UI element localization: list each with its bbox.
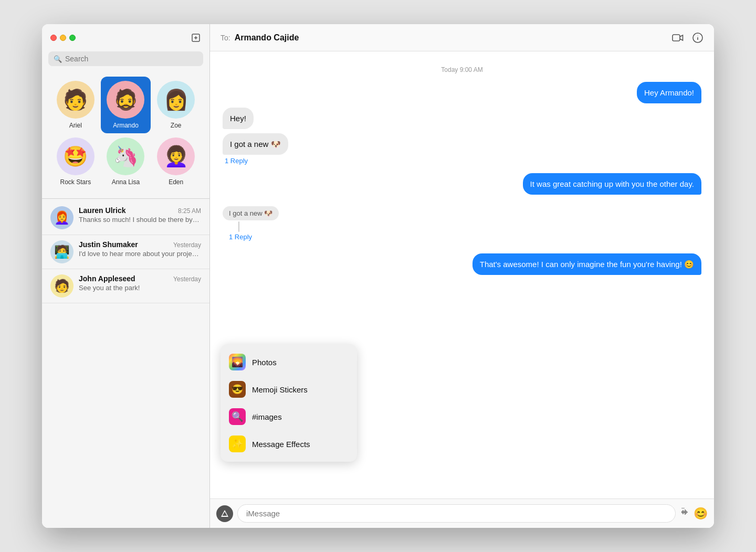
- svg-rect-4: [682, 508, 685, 508]
- conv-preview-lauren: Thanks so much! I should be there by 9:0…: [79, 216, 201, 224]
- bubble-4: It was great catching up with you the ot…: [523, 173, 701, 195]
- pinned-name-ariel: Ariel: [69, 122, 82, 129]
- pinned-avatar-armando: 🧔: [107, 81, 144, 119]
- conv-preview-john: See you at the park!: [79, 284, 201, 292]
- recipient-name: Armando Cajide: [235, 33, 668, 43]
- chat-header: To: Armando Cajide: [210, 24, 714, 51]
- conv-content-lauren: Lauren Ulrick8:25 AMThanks so much! I sh…: [79, 206, 201, 224]
- maximize-button[interactable]: [69, 35, 76, 41]
- pinned-item-armando[interactable]: 🧔Armando: [101, 77, 151, 133]
- thread-reply-link[interactable]: 1 Reply: [229, 233, 252, 241]
- titlebar: [42, 24, 209, 51]
- conversation-item-lauren[interactable]: 👩‍🦰Lauren Ulrick8:25 AMThanks so much! I…: [42, 201, 209, 235]
- conv-avatar-john: 🧑: [50, 274, 74, 298]
- pinned-avatar-ariel: 🧑: [57, 81, 94, 119]
- conv-content-john: John AppleseedYesterdaySee you at the pa…: [79, 274, 201, 292]
- media-picker-popup: 🌄Photos😎Memoji Stickers🔍#images✨Message …: [220, 344, 357, 462]
- memoji-icon: 😎: [229, 381, 246, 398]
- traffic-lights: [50, 35, 76, 41]
- conv-avatar-justin: 🧑‍💻: [50, 240, 74, 263]
- conversation-list: 👩‍🦰Lauren Ulrick8:25 AMThanks so much! I…: [42, 201, 209, 528]
- conversation-item-justin[interactable]: 🧑‍💻Justin ShumakerYesterdayI'd love to h…: [42, 235, 209, 269]
- sidebar: 🔍 🧑Ariel🧔Armando👩Zoe🤩Rock Stars🦄Anna Lis…: [42, 24, 210, 528]
- video-call-button[interactable]: [672, 34, 684, 42]
- emoji-button[interactable]: 😊: [694, 507, 708, 521]
- reply-count-1[interactable]: 1 Reply: [223, 157, 248, 165]
- message-input[interactable]: [237, 504, 676, 523]
- thread-group: I got a new 🐶 1 Reply: [223, 206, 701, 241]
- pinned-name-armando: Armando: [113, 122, 139, 129]
- chat-area: To: Armando Cajide Today 9: [210, 24, 714, 528]
- close-button[interactable]: [50, 35, 57, 41]
- bubble-3: I got a new 🐶: [223, 133, 288, 155]
- to-label: To:: [220, 34, 230, 42]
- pinned-item-zoe[interactable]: 👩Zoe: [151, 77, 201, 133]
- minimize-button[interactable]: [60, 35, 66, 41]
- message-input-bar: 😊: [210, 498, 714, 528]
- photos-icon: 🌄: [229, 354, 246, 370]
- conv-header-john: John AppleseedYesterday: [79, 274, 201, 283]
- pinned-avatar-eden: 👩‍🦱: [157, 137, 195, 175]
- conv-preview-justin: I'd love to hear more about your project…: [79, 250, 201, 258]
- app-store-button[interactable]: [216, 505, 233, 522]
- messages-container: Today 9:00 AM Hey Armando! Hey! I got a …: [210, 51, 714, 498]
- conv-content-justin: Justin ShumakerYesterdayI'd love to hear…: [79, 240, 201, 258]
- pinned-name-zoe: Zoe: [171, 122, 182, 129]
- timestamp: Today 9:00 AM: [223, 66, 701, 73]
- thread-quoted-bubble: I got a new 🐶: [223, 206, 279, 220]
- effects-label: Message Effects: [252, 440, 310, 449]
- conv-name-john: John Appleseed: [79, 274, 135, 283]
- thread-connector: [238, 221, 239, 232]
- message-row-4: It was great catching up with you the ot…: [223, 173, 701, 195]
- search-icon: 🔍: [54, 55, 62, 63]
- pinned-avatar-zoe: 👩: [157, 81, 195, 119]
- bubble-6: That's awesome! I can only imagine the f…: [472, 253, 701, 275]
- conv-avatar-lauren: 👩‍🦰: [50, 206, 74, 229]
- message-row-2: Hey!: [223, 108, 701, 129]
- header-actions: [672, 32, 704, 44]
- conv-time-john: Yesterday: [173, 275, 201, 283]
- message-row-3: I got a new 🐶 1 Reply: [223, 133, 701, 165]
- effects-icon: ✨: [229, 436, 246, 452]
- media-picker-item-images[interactable]: 🔍#images: [220, 403, 357, 430]
- pinned-name-eden: Eden: [169, 178, 183, 186]
- messages-window: 🔍 🧑Ariel🧔Armando👩Zoe🤩Rock Stars🦄Anna Lis…: [42, 24, 714, 528]
- divider: [42, 198, 209, 199]
- compose-button[interactable]: [191, 33, 201, 43]
- pinned-avatar-anna-lisa: 🦄: [107, 137, 144, 175]
- bubble-2: Hey!: [223, 108, 254, 129]
- info-button[interactable]: [692, 32, 704, 44]
- search-input[interactable]: [65, 55, 198, 63]
- photos-label: Photos: [252, 358, 277, 367]
- conv-header-justin: Justin ShumakerYesterday: [79, 240, 201, 249]
- conv-name-lauren: Lauren Ulrick: [79, 206, 125, 215]
- pinned-item-rock-stars[interactable]: 🤩Rock Stars: [50, 133, 101, 190]
- conv-time-lauren: 8:25 AM: [178, 207, 201, 215]
- images-label: #images: [252, 412, 282, 421]
- pinned-avatar-rock-stars: 🤩: [57, 137, 94, 175]
- memoji-label: Memoji Stickers: [252, 385, 308, 394]
- pinned-item-eden[interactable]: 👩‍🦱Eden: [151, 133, 201, 190]
- pinned-name-anna-lisa: Anna Lisa: [112, 178, 140, 186]
- pinned-item-ariel[interactable]: 🧑Ariel: [50, 77, 101, 133]
- pinned-contacts-grid: 🧑Ariel🧔Armando👩Zoe🤩Rock Stars🦄Anna Lisa👩…: [42, 72, 209, 198]
- pinned-item-anna-lisa[interactable]: 🦄Anna Lisa: [101, 133, 151, 190]
- pinned-name-rock-stars: Rock Stars: [60, 178, 91, 186]
- media-picker-item-effects[interactable]: ✨Message Effects: [220, 430, 357, 458]
- conv-header-lauren: Lauren Ulrick8:25 AM: [79, 206, 201, 215]
- conv-time-justin: Yesterday: [173, 241, 201, 249]
- svg-rect-1: [673, 35, 680, 41]
- message-row-1: Hey Armando!: [223, 82, 701, 103]
- message-row-6: That's awesome! I can only imagine the f…: [223, 253, 701, 275]
- search-bar[interactable]: 🔍: [48, 51, 203, 66]
- media-picker-item-photos[interactable]: 🌄Photos: [220, 348, 357, 376]
- media-picker-item-memoji[interactable]: 😎Memoji Stickers: [220, 376, 357, 403]
- conv-name-justin: Justin Shumaker: [79, 240, 138, 249]
- bubble-1: Hey Armando!: [637, 82, 701, 103]
- conversation-item-john[interactable]: 🧑John AppleseedYesterdaySee you at the p…: [42, 269, 209, 303]
- images-icon: 🔍: [229, 408, 246, 425]
- audio-button[interactable]: [680, 507, 689, 519]
